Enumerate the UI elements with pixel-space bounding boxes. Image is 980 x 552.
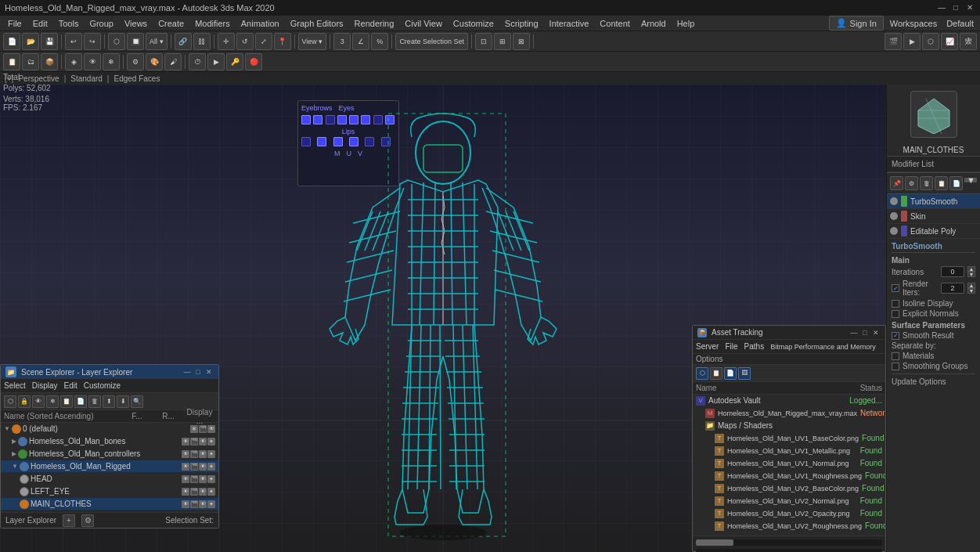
move-button[interactable]: ✛	[218, 33, 235, 50]
vis10[interactable]: 🎬	[190, 463, 198, 471]
redo-button[interactable]: ↪	[84, 33, 101, 50]
menu-help[interactable]: Help	[672, 17, 700, 30]
freeze-sel[interactable]: ❄	[103, 53, 120, 70]
se-add-layer-btn[interactable]: +	[63, 514, 75, 527]
isoline-checkbox[interactable]	[892, 300, 899, 308]
se-menu-customize[interactable]: Customize	[84, 381, 121, 390]
trash-mod-icon[interactable]: 🗑	[920, 176, 933, 190]
at-btn2[interactable]: 📋	[710, 367, 722, 380]
at-row-tex3[interactable]: T Homeless_Old_Man_UV1_Normal.png Found	[693, 457, 885, 470]
undo-button[interactable]: ↩	[65, 33, 82, 50]
menu-content[interactable]: Content	[595, 17, 635, 30]
spin-down2[interactable]: ▼	[967, 288, 975, 294]
menu-scripting[interactable]: Scripting	[500, 17, 543, 30]
se-btn10[interactable]: 🔍	[131, 395, 143, 408]
new-button[interactable]: 📄	[3, 33, 20, 50]
render-setup[interactable]: 🎬	[885, 33, 902, 50]
se-btn1[interactable]: ⬡	[4, 395, 16, 408]
iterations-spinner[interactable]: ▲ ▼	[967, 266, 975, 277]
scene-explorer-btn[interactable]: 🗂	[22, 53, 39, 70]
at-menu-bitmap[interactable]: Bitmap Performance and Memory	[770, 343, 876, 351]
se-btn3[interactable]: 👁	[32, 395, 45, 408]
align-button[interactable]: ⊡	[475, 33, 492, 50]
unlink-button[interactable]: ⛓	[193, 33, 211, 50]
vis2[interactable]: 🎬	[190, 438, 198, 446]
at-minimize[interactable]: —	[849, 328, 859, 337]
save-button[interactable]: 💾	[41, 33, 58, 50]
wire-color[interactable]: 🖌	[164, 53, 182, 70]
se-btn5[interactable]: 📋	[60, 395, 73, 408]
at-btn-active3[interactable]: 🖼	[738, 367, 751, 380]
freeze-icon[interactable]: ❄	[190, 425, 198, 433]
modifier-skin[interactable]: Skin	[887, 209, 980, 224]
se-btn4[interactable]: ❄	[46, 395, 59, 408]
iterations-input[interactable]	[941, 266, 964, 277]
maximize-button[interactable]: □	[950, 2, 961, 13]
curve-editor[interactable]: 📈	[941, 33, 958, 50]
workspaces-label[interactable]: Workspaces	[887, 17, 940, 30]
at-menu-paths[interactable]: Paths	[744, 342, 765, 351]
percent-snap[interactable]: %	[371, 33, 388, 50]
menu-create[interactable]: Create	[153, 17, 189, 30]
se-row-bones[interactable]: ▶ Homeless_Old_Man_bones 👁 🎬 👁 ✦	[1, 435, 218, 448]
at-row-tex4[interactable]: T Homeless_Old_Man_UV1_Roughness.png Fou…	[693, 470, 885, 482]
menu-modifiers[interactable]: Modifiers	[190, 17, 235, 30]
menu-arnold[interactable]: Arnold	[636, 17, 671, 30]
3d-snap[interactable]: 3	[333, 33, 351, 50]
material-editor[interactable]: ⬡	[922, 33, 939, 50]
render-iters-checkbox[interactable]: ✓	[892, 284, 899, 292]
menu-customize[interactable]: Customize	[449, 17, 499, 30]
menu-file[interactable]: File	[3, 17, 27, 30]
hide-sel[interactable]: 👁	[84, 53, 101, 70]
se-menu-edit[interactable]: Edit	[64, 381, 77, 390]
vis4[interactable]: ✦	[207, 438, 215, 446]
collapse-indicator[interactable]: ▼	[964, 176, 977, 190]
mirror-button[interactable]: ⊞	[494, 33, 511, 50]
link-button[interactable]: 🔗	[175, 33, 192, 50]
se-btn6[interactable]: 📄	[74, 395, 87, 408]
vis17[interactable]: 👁	[182, 488, 189, 496]
vis-eye[interactable]	[890, 197, 898, 205]
render-icon[interactable]: 🎬	[199, 425, 207, 433]
at-row-tex5[interactable]: T Homeless_Old_Man_UV2_BaseColor.png Fou…	[693, 482, 885, 495]
vis23[interactable]: 👁	[199, 500, 207, 508]
auto-key[interactable]: 🔴	[245, 53, 262, 70]
materials-checkbox[interactable]	[892, 352, 899, 360]
vis18[interactable]: 🎬	[190, 488, 198, 496]
vis21[interactable]: 👁	[182, 500, 189, 508]
minimize-button[interactable]: —	[936, 2, 947, 13]
menu-civil-view[interactable]: Civil View	[400, 17, 446, 30]
vis24[interactable]: ✦	[207, 500, 215, 508]
vis-eye-skin[interactable]	[890, 212, 898, 220]
default-label[interactable]: Default	[943, 17, 977, 30]
se-btn8[interactable]: ⬆	[103, 395, 115, 408]
menu-edit[interactable]: Edit	[28, 17, 52, 30]
at-row-maxfile[interactable]: M Homeless_Old_Man_Rigged_max_vray.max N…	[693, 407, 885, 420]
vis19[interactable]: 👁	[199, 488, 207, 496]
vis11[interactable]: 👁	[199, 463, 207, 471]
se-row-head[interactable]: HEAD 👁 🎬 👁 ✦	[1, 473, 218, 485]
vis6[interactable]: 🎬	[190, 450, 198, 458]
se-btn7[interactable]: 🗑	[88, 395, 101, 408]
menu-views[interactable]: Views	[120, 17, 152, 30]
close-button[interactable]: ✕	[964, 2, 975, 13]
menu-interactive[interactable]: Interactive	[545, 17, 594, 30]
vis7[interactable]: 👁	[199, 450, 207, 458]
render-iters-input[interactable]	[941, 283, 964, 294]
layer-mgr[interactable]: 📋	[3, 53, 20, 70]
se-row-default[interactable]: ▼ 0 (default) ❄ 🎬 👁	[1, 423, 218, 435]
modifier-turbsmooth[interactable]: TurboSmooth	[887, 194, 980, 209]
selection-mode[interactable]: All ▾	[146, 33, 168, 50]
menu-graph-editors[interactable]: Graph Editors	[286, 17, 348, 30]
at-row-maps-folder[interactable]: 📁 Maps / Shaders	[693, 420, 885, 432]
at-menu-file[interactable]: File	[725, 342, 737, 351]
array-button[interactable]: ⊠	[513, 33, 530, 50]
smoothing-groups-checkbox[interactable]	[892, 363, 899, 370]
time-config[interactable]: ⏱	[189, 53, 206, 70]
se-btn2[interactable]: 🔒	[18, 395, 31, 408]
explicit-normals-checkbox[interactable]	[892, 310, 899, 318]
configure-mod-icon[interactable]: ⚙	[905, 176, 918, 190]
vis5[interactable]: 👁	[182, 450, 189, 458]
vis12[interactable]: ✦	[207, 463, 215, 471]
modifier-editable-poly[interactable]: Editable Poly	[887, 224, 980, 239]
